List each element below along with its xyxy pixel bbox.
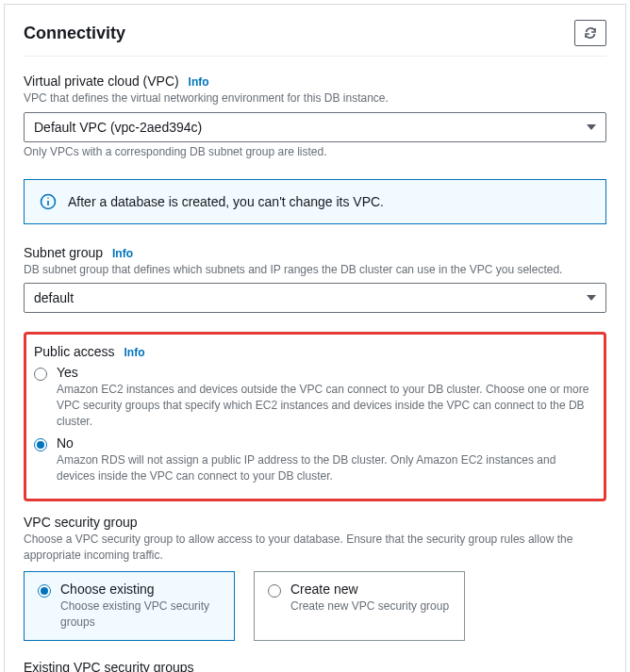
refresh-button[interactable] [574, 20, 606, 46]
subnet-label: Subnet group [24, 245, 103, 260]
public-access-info-link[interactable]: Info [124, 346, 144, 359]
security-group-options: Choose existing Choose existing VPC secu… [24, 571, 606, 641]
sg-opt-existing-label: Choose existing [60, 582, 221, 597]
refresh-icon [583, 25, 598, 41]
vpc-helper: VPC that defines the virtual networking … [24, 90, 606, 107]
public-access-option-yes[interactable]: Yes Amazon EC2 instances and devices out… [34, 365, 596, 429]
public-access-label: Public access [34, 344, 115, 359]
sg-opt-new-label: Create new [290, 582, 449, 597]
vpc-label-row: Virtual private cloud (VPC) Info [24, 74, 606, 89]
security-group-section: VPC security group Choose a VPC security… [24, 515, 606, 640]
subnet-select[interactable]: default [24, 283, 606, 313]
option-yes-label: Yes [57, 365, 596, 380]
option-no-desc: Amazon RDS will not assign a public IP a… [57, 452, 596, 484]
subnet-info-link[interactable]: Info [112, 247, 133, 260]
connectivity-panel: Connectivity Virtual private cloud (VPC)… [4, 4, 626, 672]
option-yes-desc: Amazon EC2 instances and devices outside… [57, 382, 596, 429]
vpc-label: Virtual private cloud (VPC) [24, 74, 179, 89]
radio-icon [34, 368, 47, 381]
security-group-label: VPC security group [24, 515, 606, 530]
subnet-label-row: Subnet group Info [24, 245, 606, 260]
panel-title: Connectivity [24, 24, 125, 43]
option-no-label: No [57, 435, 596, 451]
public-access-label-row: Public access Info [34, 344, 596, 359]
notice-text: After a database is created, you can't c… [68, 194, 384, 209]
existing-sg-label: Existing VPC security groups [24, 660, 606, 672]
sg-opt-new-desc: Create new VPC security group [290, 598, 449, 615]
radio-icon [34, 438, 47, 451]
vpc-select-value: Default VPC (vpc-2aed394c) [34, 120, 202, 135]
sg-opt-existing-desc: Choose existing VPC security groups [60, 598, 221, 631]
vpc-change-notice: After a database is created, you can't c… [24, 179, 606, 224]
existing-sg-section: Existing VPC security groups Choose VPC … [24, 660, 606, 672]
info-icon [40, 193, 57, 210]
sg-option-choose-existing[interactable]: Choose existing Choose existing VPC secu… [24, 571, 235, 641]
svg-point-2 [47, 197, 49, 199]
public-access-highlight: Public access Info Yes Amazon EC2 instan… [24, 332, 606, 501]
vpc-footnote: Only VPCs with a corresponding DB subnet… [24, 144, 606, 160]
radio-icon [268, 584, 281, 598]
chevron-down-icon [587, 124, 596, 130]
subnet-select-value: default [34, 290, 74, 305]
subnet-helper: DB subnet group that defines which subne… [24, 262, 606, 278]
security-group-helper: Choose a VPC security group to allow acc… [24, 532, 606, 564]
panel-header: Connectivity [24, 20, 606, 57]
subnet-section: Subnet group Info DB subnet group that d… [24, 245, 606, 314]
radio-icon [38, 584, 51, 598]
public-access-option-no[interactable]: No Amazon RDS will not assign a public I… [34, 435, 596, 484]
vpc-select[interactable]: Default VPC (vpc-2aed394c) [24, 112, 606, 142]
chevron-down-icon [587, 295, 596, 301]
sg-option-create-new[interactable]: Create new Create new VPC security group [254, 571, 465, 641]
vpc-section: Virtual private cloud (VPC) Info VPC tha… [24, 74, 606, 160]
vpc-info-link[interactable]: Info [189, 75, 209, 89]
